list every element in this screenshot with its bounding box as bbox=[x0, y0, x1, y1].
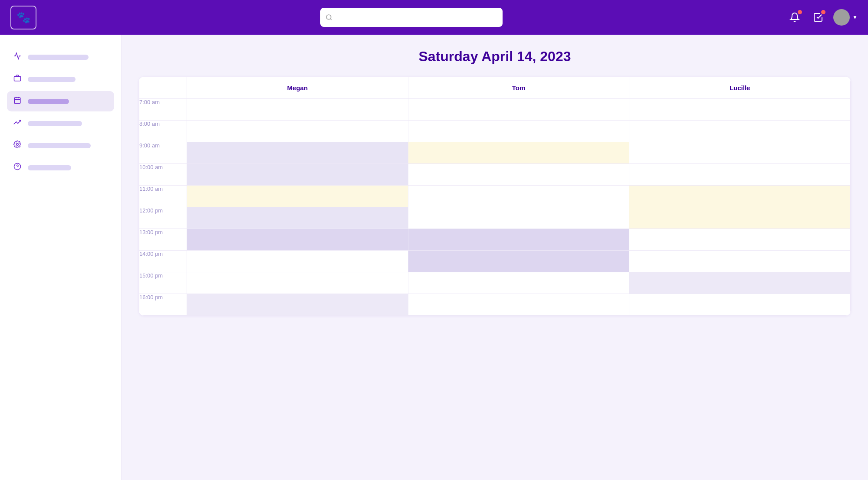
calendar-cell[interactable] bbox=[187, 251, 408, 272]
calendar-cell[interactable] bbox=[629, 99, 851, 121]
calendar-cell[interactable] bbox=[629, 272, 851, 294]
calendar-cell[interactable] bbox=[629, 186, 851, 207]
sidebar-item-calendar-label bbox=[28, 99, 69, 104]
main-layout: Saturday April 14, 2023 Megan Tom Lucill… bbox=[0, 35, 868, 480]
time-cell: 16:00 pm bbox=[139, 294, 187, 316]
calendar-cell[interactable] bbox=[187, 186, 408, 207]
sidebar-item-records[interactable] bbox=[7, 69, 114, 89]
calendar-cell[interactable] bbox=[187, 272, 408, 294]
search-container bbox=[320, 8, 503, 27]
sidebar-item-calendar[interactable] bbox=[7, 91, 114, 111]
time-cell: 9:00 am bbox=[139, 142, 187, 164]
time-cell: 11:00 am bbox=[139, 186, 187, 207]
calendar-cell[interactable] bbox=[408, 272, 629, 294]
calendar-cell[interactable] bbox=[187, 229, 408, 251]
time-header bbox=[139, 77, 187, 99]
calendar-icon bbox=[13, 96, 22, 106]
gear-icon bbox=[13, 140, 22, 150]
table-row[interactable]: 10:00 am bbox=[139, 164, 851, 186]
messages-badge bbox=[820, 9, 826, 15]
column-header-tom: Tom bbox=[408, 77, 629, 99]
sidebar-item-settings[interactable] bbox=[7, 135, 114, 156]
calendar-cell[interactable] bbox=[629, 164, 851, 186]
header-actions: ▼ bbox=[786, 9, 858, 26]
table-row[interactable]: 15:00 pm bbox=[139, 272, 851, 294]
chevron-down-icon: ▼ bbox=[852, 14, 858, 20]
time-cell: 15:00 pm bbox=[139, 272, 187, 294]
app-header: 🐾 ▼ bbox=[0, 0, 868, 35]
help-icon bbox=[13, 163, 22, 173]
svg-point-7 bbox=[16, 144, 19, 146]
calendar-cell[interactable] bbox=[408, 164, 629, 186]
user-menu[interactable]: ▼ bbox=[833, 9, 858, 26]
table-row[interactable]: 13:00 pm bbox=[139, 229, 851, 251]
sidebar-item-reports-label bbox=[28, 121, 82, 126]
table-row[interactable]: 16:00 pm bbox=[139, 294, 851, 316]
calendar-cell[interactable] bbox=[187, 142, 408, 164]
time-cell: 10:00 am bbox=[139, 164, 187, 186]
table-row[interactable]: 12:00 pm bbox=[139, 207, 851, 229]
calendar-cell[interactable] bbox=[187, 121, 408, 142]
table-row[interactable]: 14:00 pm bbox=[139, 251, 851, 272]
messages-button[interactable] bbox=[810, 9, 826, 26]
calendar-cell[interactable] bbox=[187, 99, 408, 121]
sidebar-item-settings-label bbox=[28, 143, 91, 148]
sidebar-item-help-label bbox=[28, 165, 71, 170]
time-cell: 14:00 pm bbox=[139, 251, 187, 272]
avatar bbox=[833, 9, 850, 26]
notification-badge bbox=[797, 9, 803, 15]
svg-rect-3 bbox=[14, 98, 20, 104]
time-cell: 7:00 am bbox=[139, 99, 187, 121]
column-header-megan: Megan bbox=[187, 77, 408, 99]
table-row[interactable]: 8:00 am bbox=[139, 121, 851, 142]
calendar-table: Megan Tom Lucille 7:00 am8:00 am9:00 am1… bbox=[139, 77, 851, 316]
sidebar bbox=[0, 35, 122, 480]
calendar-cell[interactable] bbox=[408, 229, 629, 251]
calendar-cell[interactable] bbox=[629, 121, 851, 142]
chart-icon bbox=[13, 118, 22, 128]
calendar-cell[interactable] bbox=[187, 207, 408, 229]
search-bar-wrap bbox=[45, 8, 778, 27]
table-row[interactable]: 7:00 am bbox=[139, 99, 851, 121]
calendar-cell[interactable] bbox=[408, 251, 629, 272]
sidebar-item-health[interactable] bbox=[7, 47, 114, 67]
heart-monitor-icon bbox=[13, 52, 22, 62]
calendar-cell[interactable] bbox=[408, 142, 629, 164]
app-logo[interactable]: 🐾 bbox=[10, 6, 36, 29]
calendar-cell[interactable] bbox=[629, 294, 851, 316]
sidebar-item-records-label bbox=[28, 77, 76, 82]
calendar-cell[interactable] bbox=[187, 294, 408, 316]
calendar-cell[interactable] bbox=[629, 229, 851, 251]
calendar-cell[interactable] bbox=[629, 207, 851, 229]
svg-rect-2 bbox=[14, 76, 21, 81]
page-title: Saturday April 14, 2023 bbox=[139, 49, 851, 65]
calendar-cell[interactable] bbox=[408, 99, 629, 121]
calendar-cell[interactable] bbox=[187, 164, 408, 186]
main-content: Saturday April 14, 2023 Megan Tom Lucill… bbox=[122, 35, 868, 480]
table-row[interactable]: 11:00 am bbox=[139, 186, 851, 207]
search-input[interactable] bbox=[320, 8, 503, 27]
briefcase-icon bbox=[13, 74, 22, 84]
time-cell: 8:00 am bbox=[139, 121, 187, 142]
time-cell: 12:00 pm bbox=[139, 207, 187, 229]
calendar-cell[interactable] bbox=[408, 186, 629, 207]
calendar-cell[interactable] bbox=[629, 142, 851, 164]
time-cell: 13:00 pm bbox=[139, 229, 187, 251]
calendar-cell[interactable] bbox=[629, 251, 851, 272]
column-header-lucille: Lucille bbox=[629, 77, 851, 99]
sidebar-item-health-label bbox=[28, 55, 89, 60]
table-row[interactable]: 9:00 am bbox=[139, 142, 851, 164]
sidebar-item-reports[interactable] bbox=[7, 113, 114, 134]
sidebar-item-help[interactable] bbox=[7, 157, 114, 178]
calendar-cell[interactable] bbox=[408, 207, 629, 229]
calendar-cell[interactable] bbox=[408, 294, 629, 316]
calendar-cell[interactable] bbox=[408, 121, 629, 142]
notifications-button[interactable] bbox=[786, 9, 803, 26]
